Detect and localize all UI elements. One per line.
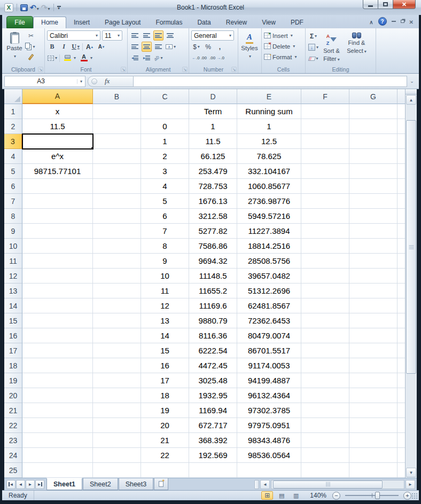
cell-G13[interactable]: [349, 284, 397, 298]
cell-G6[interactable]: [349, 179, 397, 194]
clipboard-dialog-launcher-icon[interactable]: [38, 67, 43, 72]
merge-center-button[interactable]: a: [165, 42, 176, 52]
cell-A15[interactable]: [22, 313, 93, 328]
cell-partial[interactable]: [397, 164, 405, 179]
cell-G3[interactable]: [349, 134, 397, 149]
cell-F4[interactable]: [301, 149, 349, 164]
workbook-restore-icon[interactable]: [401, 20, 404, 23]
cell-A9[interactable]: [22, 224, 93, 239]
align-center-button[interactable]: [142, 42, 152, 52]
styles-button[interactable]: A Styles: [240, 30, 259, 65]
percent-style-button[interactable]: %: [203, 42, 213, 52]
row-header-6[interactable]: 6: [4, 179, 22, 194]
workbook-minimize-icon[interactable]: [392, 21, 396, 22]
cell-E21[interactable]: 97302.3785: [237, 403, 301, 418]
cell-C3[interactable]: 1: [141, 134, 189, 149]
cell-E14[interactable]: 62481.8567: [237, 298, 301, 313]
cell-A23[interactable]: [22, 433, 93, 448]
column-header-G[interactable]: G: [349, 89, 397, 104]
cell-F16[interactable]: [301, 328, 349, 343]
cell-C9[interactable]: 7: [141, 224, 189, 239]
sort-filter-button[interactable]: AZ Sort & Filter: [319, 30, 344, 64]
resize-grip[interactable]: [411, 493, 418, 499]
cell-G18[interactable]: [349, 358, 397, 373]
align-right-button[interactable]: [153, 42, 163, 52]
cell-E3[interactable]: 12.5: [237, 134, 301, 149]
vertical-scrollbar[interactable]: ▲ ▼: [405, 89, 417, 478]
cell-A12[interactable]: [22, 269, 93, 284]
cell-C4[interactable]: 2: [141, 149, 189, 164]
cell-E23[interactable]: 98343.4876: [237, 433, 301, 448]
cell-E19[interactable]: 94199.4887: [237, 373, 301, 388]
cell-F13[interactable]: [301, 284, 349, 298]
cell-E10[interactable]: 18814.2516: [237, 239, 301, 254]
cell-G2[interactable]: [349, 119, 397, 134]
horizontal-scroll-thumb[interactable]: [273, 481, 383, 489]
cell-D9[interactable]: 5277.82: [189, 224, 237, 239]
cell-D4[interactable]: 66.125: [189, 149, 237, 164]
cell-E13[interactable]: 51312.2696: [237, 284, 301, 298]
zoom-in-icon[interactable]: +: [403, 492, 411, 500]
orientation-button[interactable]: ab: [153, 53, 163, 63]
previous-sheet-icon[interactable]: ◄: [16, 480, 25, 489]
cell-F3[interactable]: [301, 134, 349, 149]
tab-home[interactable]: Home: [33, 17, 66, 28]
cell-B1[interactable]: [93, 104, 141, 119]
fill-handle[interactable]: [91, 147, 93, 149]
cell-D23[interactable]: 368.392: [189, 433, 237, 448]
row-header-15[interactable]: 15: [4, 313, 22, 328]
select-all-corner[interactable]: [4, 89, 22, 104]
cell-partial[interactable]: [397, 373, 405, 388]
cell-G12[interactable]: [349, 269, 397, 284]
cell-partial[interactable]: [397, 388, 405, 403]
cell-G14[interactable]: [349, 298, 397, 313]
cell-A10[interactable]: [22, 239, 93, 254]
cell-G5[interactable]: [349, 164, 397, 179]
tab-review[interactable]: Review: [219, 17, 254, 28]
next-sheet-icon[interactable]: ►: [26, 480, 35, 489]
page-break-view-button[interactable]: ▥: [290, 491, 302, 500]
increase-indent-button[interactable]: ▸: [142, 53, 152, 63]
cell-G24[interactable]: [349, 448, 397, 463]
cell-B12[interactable]: [93, 269, 141, 284]
cell-E18[interactable]: 91174.0053: [237, 358, 301, 373]
cell-F20[interactable]: [301, 388, 349, 403]
customize-qat-icon[interactable]: [57, 6, 61, 10]
cell-A24[interactable]: [22, 448, 93, 463]
cell-B10[interactable]: [93, 239, 141, 254]
cell-F1[interactable]: [301, 104, 349, 119]
row-header-10[interactable]: 10: [4, 239, 22, 254]
cell-F24[interactable]: [301, 448, 349, 463]
cell-F12[interactable]: [301, 269, 349, 284]
format-painter-button[interactable]: [25, 52, 37, 62]
cell-F10[interactable]: [301, 239, 349, 254]
cell-D7[interactable]: 1676.13: [189, 194, 237, 209]
cell-D20[interactable]: 1932.95: [189, 388, 237, 403]
cell-D11[interactable]: 9694.32: [189, 254, 237, 269]
last-sheet-icon[interactable]: ►: [35, 480, 44, 489]
cell-partial[interactable]: [397, 119, 405, 134]
increase-decimal-button[interactable]: ←.0 .00: [191, 53, 207, 63]
first-sheet-icon[interactable]: ◄: [6, 480, 15, 489]
cell-partial[interactable]: [397, 358, 405, 373]
cell-G20[interactable]: [349, 388, 397, 403]
cell-D8[interactable]: 3212.58: [189, 209, 237, 224]
cell-C2[interactable]: 0: [141, 119, 189, 134]
cell-C13[interactable]: 11: [141, 284, 189, 298]
file-tab[interactable]: File: [6, 16, 33, 28]
cell-B23[interactable]: [93, 433, 141, 448]
cell-E4[interactable]: 78.625: [237, 149, 301, 164]
scroll-down-icon[interactable]: ▼: [406, 468, 416, 477]
sheet-tab-sheet3[interactable]: Sheet3: [119, 478, 154, 490]
cell-A20[interactable]: [22, 388, 93, 403]
cell-A11[interactable]: [22, 254, 93, 269]
normal-view-button[interactable]: ⊞: [261, 491, 273, 500]
cell-partial[interactable]: [397, 418, 405, 433]
row-header-17[interactable]: 17: [4, 343, 22, 358]
cell-partial[interactable]: [397, 343, 405, 358]
cell-G4[interactable]: [349, 149, 397, 164]
cell-E16[interactable]: 80479.0074: [237, 328, 301, 343]
align-left-button[interactable]: [130, 42, 140, 52]
row-header-2[interactable]: 2: [4, 119, 22, 134]
cell-E8[interactable]: 5949.57216: [237, 209, 301, 224]
